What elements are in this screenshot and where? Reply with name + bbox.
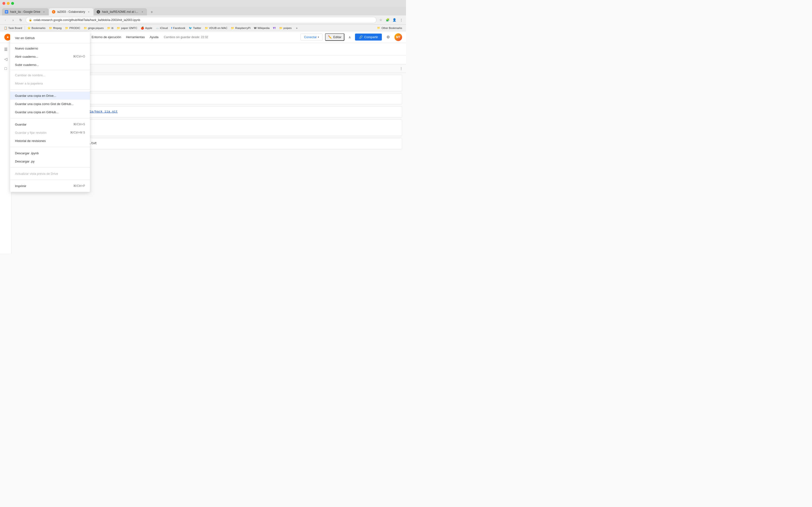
menu-item-historial[interactable]: Historial de revisiones xyxy=(10,137,90,145)
settings-button[interactable]: ⚙ xyxy=(384,33,392,41)
menu-ayuda[interactable]: Ayuda xyxy=(147,34,161,40)
bookmarks-more[interactable]: » xyxy=(295,26,299,30)
prodic-label: PRODIC xyxy=(69,26,80,30)
settings-gear-icon: ⚙ xyxy=(387,35,390,39)
sidebar-folder-icon[interactable]: □ xyxy=(1,64,10,73)
menu-item-guardar-gist[interactable]: Guardar una copia como Gist de GitHub... xyxy=(10,100,90,108)
paper-label: paper I2MTC xyxy=(121,26,137,30)
bookmarks-bar: 📋 Task Board ⭐ Bookmarks 📁 ffmpeg 📁 PROD… xyxy=(0,24,406,32)
bookmark-twitter[interactable]: 🐦 Twitter xyxy=(187,26,203,30)
bm-sep-1 xyxy=(24,26,25,30)
traffic-light-yellow[interactable] xyxy=(7,2,10,5)
forward-button[interactable]: › xyxy=(10,17,16,23)
menu-item-abrir-cuaderno[interactable]: Abrir cuaderno... ⌘/Ctrl+O xyxy=(10,52,90,61)
browser-menu-icon[interactable]: ⋮ xyxy=(399,18,404,22)
menu-item-guardar-github[interactable]: Guardar una copia en GitHub... xyxy=(10,108,90,116)
bookmark-facebook[interactable]: f Facebook xyxy=(170,26,187,30)
sidebar-code-icon[interactable]: ◁ xyxy=(1,55,10,63)
new-tab-button[interactable]: + xyxy=(148,9,155,15)
bookmark-poipes[interactable]: 📁 poipes xyxy=(278,26,293,30)
menu-item-nuevo-cuaderno[interactable]: Nuevo cuaderno xyxy=(10,44,90,52)
tab-favicon-drive: D xyxy=(5,10,8,13)
left-sidebar: ☰ ◁ □ xyxy=(0,43,12,253)
traffic-light-red[interactable] xyxy=(2,2,5,5)
tab-close-colab[interactable]: × xyxy=(87,10,90,13)
iti-label: iti xyxy=(111,26,113,30)
ffmpeg-icon: 📁 xyxy=(49,26,52,30)
menu-divider-6 xyxy=(10,167,90,168)
bookmarks-more-label: » xyxy=(296,26,298,30)
bookmark-ffmpeg[interactable]: 📁 ffmpeg xyxy=(47,26,63,30)
cell-more-button[interactable]: ⋮ xyxy=(398,66,404,71)
menu-item-imprimir[interactable]: Imprimir ⌘/Ctrl+P xyxy=(10,182,90,190)
header-actions: Conectar ▾ ✏️ Editar ∧ 🔗 Compartir ⚙ MT xyxy=(300,33,402,41)
facebook-icon: f xyxy=(171,26,172,30)
paper-icon: 📁 xyxy=(117,26,120,30)
unsaved-text: Cambios sin guardar desde: 22:32 xyxy=(164,36,208,39)
connect-button[interactable]: Conectar ▾ xyxy=(300,34,323,41)
bookmark-prodic[interactable]: 📁 PRODIC xyxy=(63,26,82,30)
menu-item-descargar-py[interactable]: Descargar .py xyxy=(10,157,90,165)
menu-divider-1 xyxy=(10,43,90,43)
menu-item-guardar-drive[interactable]: Guardar una copia en Drive... xyxy=(10,92,90,100)
extensions-icon[interactable]: 🧩 xyxy=(385,18,390,22)
other-label: Other Bookmarks xyxy=(382,26,402,30)
poipes-icon: 📁 xyxy=(279,26,283,30)
bookmark-wikipedia[interactable]: W Wikipedia xyxy=(253,26,271,30)
share-icon: 🔗 xyxy=(359,35,363,39)
bookmark-yahoo[interactable]: Y! xyxy=(271,26,277,30)
bookmark-bookmarks[interactable]: ⭐ Bookmarks xyxy=(26,26,47,30)
bookmark-taskboard[interactable]: 📋 Task Board xyxy=(2,26,24,30)
share-label: Compartir xyxy=(364,35,378,39)
bookmark-star-icon[interactable]: ☆ xyxy=(378,18,383,22)
menu-item-ver-github[interactable]: Ver en GitHub xyxy=(10,34,90,42)
tab-bar: D hack_iia - Google Drive × C ia2003 - C… xyxy=(0,7,406,15)
traffic-light-green[interactable] xyxy=(11,2,14,5)
vdub-label: VDUB en MAC xyxy=(209,26,227,30)
user-avatar[interactable]: MT xyxy=(394,33,402,41)
tab-close-drive[interactable]: × xyxy=(42,10,46,13)
tab-colab[interactable]: C ia2003 - Colaboratory × xyxy=(49,8,93,15)
menu-item-guardar[interactable]: Guardar ⌘/Ctrl+S xyxy=(10,120,90,128)
bookmark-ginga[interactable]: 📁 ginga piques xyxy=(82,26,105,30)
bookmarks-icon: ⭐ xyxy=(27,26,31,30)
bookmark-vdub[interactable]: 📁 VDUB en MAC xyxy=(203,26,229,30)
bookmark-iti[interactable]: 📁 iti xyxy=(106,26,115,30)
url-bar[interactable]: 🔒 colab.research.google.com/github/MatiT… xyxy=(26,17,376,23)
back-button[interactable]: ‹ xyxy=(2,17,8,23)
tab-title-github: hack_iia/README.md at ia-200... xyxy=(102,10,139,13)
refresh-button[interactable]: ↻ xyxy=(18,17,24,23)
bookmark-apple[interactable]: 🍎 Apple xyxy=(139,26,153,30)
tab-favicon-colab: C xyxy=(52,10,55,13)
connect-label: Conectar xyxy=(304,35,317,39)
prodic-icon: 📁 xyxy=(65,26,68,30)
iti-icon: 📁 xyxy=(107,26,110,30)
tab-google-drive[interactable]: D hack_iia - Google Drive × xyxy=(2,8,49,15)
menu-divider-2 xyxy=(10,70,90,70)
tab-title-colab: ia2003 - Colaboratory xyxy=(57,10,85,13)
sidebar-menu-icon[interactable]: ☰ xyxy=(1,45,10,54)
file-menu-dropdown: Ver en GitHub Nuevo cuaderno Abrir cuade… xyxy=(10,32,90,192)
bookmark-raspberry[interactable]: 📁 RaspberryPi xyxy=(230,26,252,30)
yahoo-icon: Y! xyxy=(273,26,276,30)
bookmarks-label: Bookmarks xyxy=(32,26,46,30)
twitter-icon: 🐦 xyxy=(189,26,192,30)
collapse-button[interactable]: ∧ xyxy=(347,34,353,40)
edit-button[interactable]: ✏️ Editar xyxy=(325,33,344,41)
icloud-icon: ☁️ xyxy=(156,26,159,30)
menu-entorno[interactable]: Entorno de ejecución xyxy=(89,34,123,40)
menu-herramientas[interactable]: Herramientas xyxy=(123,34,147,40)
menu-item-guardar-fijar: Guardar y fijar revisión ⌘/Ctrl+M S xyxy=(10,128,90,137)
share-button[interactable]: 🔗 Compartir xyxy=(355,34,382,41)
menu-item-descargar-ipynb[interactable]: Descargar .ipynb xyxy=(10,149,90,157)
url-text: colab.research.google.com/github/MatiTai… xyxy=(34,18,140,22)
tab-github[interactable]: G hack_iia/README.md at ia-200... × xyxy=(94,8,147,15)
menu-item-subir-cuaderno[interactable]: Subir cuaderno... xyxy=(10,61,90,69)
profile-icon[interactable]: 👤 xyxy=(392,18,397,22)
bookmark-paper[interactable]: 📁 paper I2MTC xyxy=(115,26,139,30)
bookmark-other[interactable]: 📁 Other Bookmarks xyxy=(375,26,404,30)
bookmark-icloud[interactable]: ☁️ iCloud xyxy=(154,26,169,30)
tab-close-github[interactable]: × xyxy=(141,10,144,13)
twitter-label: Twitter xyxy=(193,26,201,30)
address-icons: ☆ 🧩 👤 ⋮ xyxy=(378,18,404,22)
